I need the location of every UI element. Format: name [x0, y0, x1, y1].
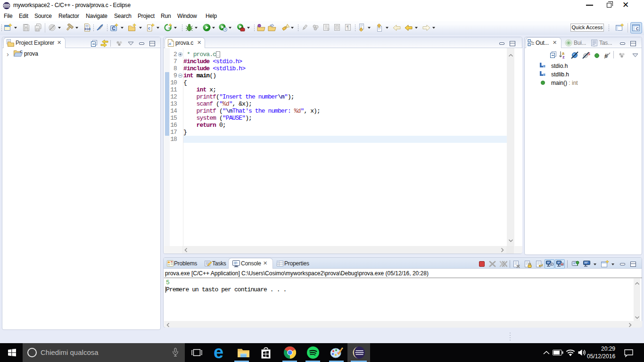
svg-text:C: C	[112, 26, 116, 31]
svg-text:C: C	[636, 26, 639, 31]
svg-text:010: 010	[85, 27, 91, 31]
svg-text:C: C	[20, 49, 23, 54]
svg-text:c: c	[148, 26, 150, 31]
svg-text:z: z	[562, 55, 565, 59]
svg-text:¶: ¶	[347, 25, 349, 30]
svg-text:.c: .c	[168, 41, 172, 46]
